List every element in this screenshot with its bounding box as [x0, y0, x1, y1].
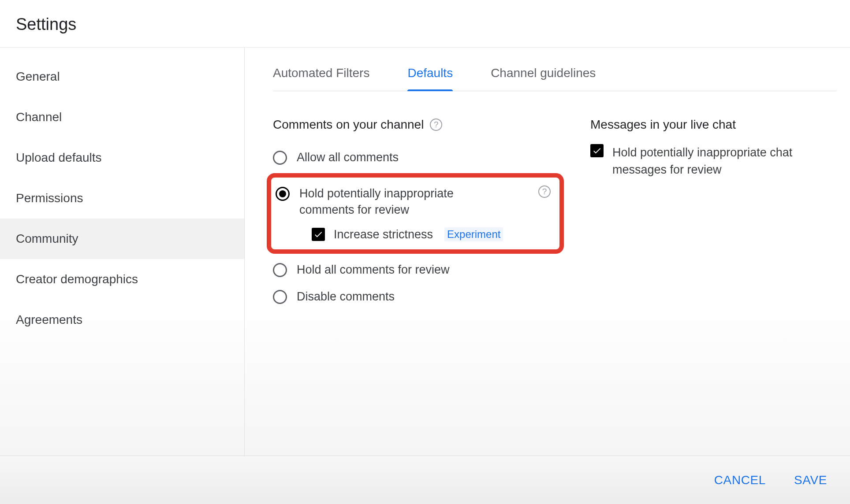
- radio-icon[interactable]: [273, 290, 287, 304]
- tab-bar: Automated Filters Defaults Channel guide…: [273, 48, 837, 91]
- sidebar-item-label: Upload defaults: [16, 151, 102, 164]
- sidebar-item-label: Channel: [16, 110, 62, 124]
- section-title-text: Messages in your live chat: [590, 118, 736, 132]
- radio-icon[interactable]: [273, 263, 287, 277]
- sidebar-item-label: Agreements: [16, 313, 82, 326]
- sidebar-item-channel[interactable]: Channel: [0, 97, 244, 137]
- livechat-section-title: Messages in your live chat: [590, 118, 837, 132]
- tab-defaults[interactable]: Defaults: [407, 66, 453, 91]
- dialog-footer: CANCEL SAVE: [0, 456, 850, 504]
- sidebar-item-label: Community: [16, 232, 78, 245]
- sidebar-item-permissions[interactable]: Permissions: [0, 178, 244, 219]
- settings-content: Automated Filters Defaults Channel guide…: [245, 48, 850, 456]
- tab-label: Automated Filters: [273, 66, 369, 80]
- radio-label: Allow all comments: [297, 149, 399, 165]
- experiment-badge: Experiment: [444, 227, 503, 241]
- settings-dialog: Settings General Channel Upload defaults…: [0, 0, 850, 504]
- radio-hold-inappropriate[interactable]: Hold potentially inappropriate comments …: [276, 185, 551, 218]
- check-icon: [313, 230, 323, 239]
- radio-hold-all-comments[interactable]: Hold all comments for review: [273, 256, 564, 283]
- page-title: Settings: [16, 15, 850, 34]
- checkbox-label: Increase strictness: [334, 228, 433, 241]
- settings-sidebar: General Channel Upload defaults Permissi…: [0, 48, 245, 456]
- radio-disable-comments[interactable]: Disable comments: [273, 283, 564, 310]
- sidebar-item-upload-defaults[interactable]: Upload defaults: [0, 137, 244, 178]
- tab-label: Defaults: [407, 66, 453, 80]
- comments-column: Comments on your channel ? Allow all com…: [273, 118, 564, 310]
- dialog-body: General Channel Upload defaults Permissi…: [0, 48, 850, 456]
- sidebar-item-general[interactable]: General: [0, 56, 244, 97]
- sidebar-item-creator-demographics[interactable]: Creator demographics: [0, 259, 244, 300]
- radio-allow-all-comments[interactable]: Allow all comments: [273, 144, 564, 170]
- section-title-text: Comments on your channel: [273, 118, 424, 132]
- help-icon[interactable]: ?: [538, 185, 551, 198]
- checkbox-hold-chat[interactable]: [590, 144, 604, 157]
- tab-channel-guidelines[interactable]: Channel guidelines: [491, 66, 596, 91]
- save-button[interactable]: SAVE: [792, 470, 829, 491]
- checkbox-hold-chat-row[interactable]: Hold potentially inappropriate chat mess…: [590, 144, 837, 178]
- radio-label: Hold potentially inappropriate comments …: [299, 185, 485, 218]
- radio-icon[interactable]: [273, 151, 287, 165]
- annotation-highlight-box: Hold potentially inappropriate comments …: [267, 173, 564, 254]
- checkbox-label: Hold potentially inappropriate chat mess…: [612, 144, 837, 178]
- sidebar-item-label: Creator demographics: [16, 272, 138, 286]
- sidebar-item-label: Permissions: [16, 191, 83, 205]
- sidebar-item-label: General: [16, 70, 60, 83]
- tab-label: Channel guidelines: [491, 66, 596, 80]
- sidebar-item-community[interactable]: Community: [0, 219, 244, 259]
- defaults-panel: Comments on your channel ? Allow all com…: [273, 91, 837, 310]
- tab-automated-filters[interactable]: Automated Filters: [273, 66, 369, 91]
- cancel-button[interactable]: CANCEL: [712, 470, 768, 491]
- radio-label: Disable comments: [297, 289, 395, 304]
- radio-label: Hold all comments for review: [297, 262, 450, 278]
- radio-icon[interactable]: [276, 187, 290, 201]
- check-icon: [592, 146, 602, 156]
- checkbox-increase-strictness-row[interactable]: Increase strictness Experiment: [276, 218, 551, 244]
- help-icon[interactable]: ?: [430, 119, 442, 131]
- checkbox-increase-strictness[interactable]: [312, 228, 325, 241]
- livechat-column: Messages in your live chat Hold potentia…: [590, 118, 837, 310]
- comments-section-title: Comments on your channel ?: [273, 118, 564, 132]
- sidebar-item-agreements[interactable]: Agreements: [0, 300, 244, 340]
- dialog-header: Settings: [0, 0, 850, 48]
